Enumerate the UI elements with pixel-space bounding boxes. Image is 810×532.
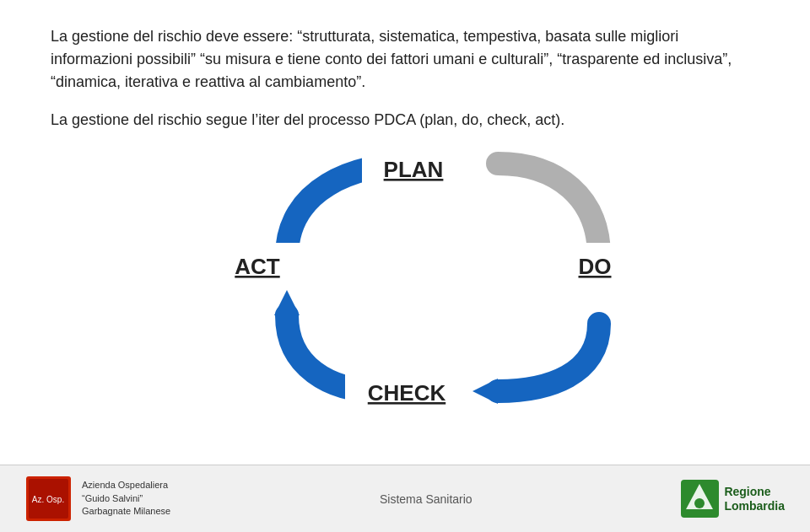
regione-lombardia-icon bbox=[681, 480, 719, 518]
svg-text:DO: DO bbox=[579, 254, 612, 279]
hospital-name: Azienda Ospedaliera bbox=[82, 479, 170, 492]
hospital-logo-icon: Az. Osp. bbox=[25, 476, 72, 522]
footer: Az. Osp. Azienda Ospedaliera “Guido Salv… bbox=[0, 465, 810, 532]
lombardia-label: Lombardia bbox=[724, 499, 785, 513]
svg-point-17 bbox=[694, 498, 705, 508]
footer-left: Az. Osp. Azienda Ospedaliera “Guido Salv… bbox=[25, 476, 170, 522]
svg-text:Az. Osp.: Az. Osp. bbox=[32, 495, 64, 504]
regione-label: Regione bbox=[724, 485, 785, 499]
hospital-subtitle: “Guido Salvini” bbox=[82, 492, 170, 505]
svg-text:PLAN: PLAN bbox=[384, 157, 444, 182]
paragraph2: La gestione del rischio segue l’iter del… bbox=[51, 109, 759, 132]
main-content: La gestione del rischio deve essere: “st… bbox=[0, 0, 810, 408]
hospital-location: Garbagnate Milanese bbox=[82, 505, 170, 518]
pdca-diagram: PLAN DO ACT CHECK bbox=[51, 147, 759, 408]
svg-marker-2 bbox=[472, 379, 498, 404]
regione-text: Regione Lombardia bbox=[724, 485, 785, 513]
svg-text:CHECK: CHECK bbox=[368, 380, 446, 406]
hospital-text: Azienda Ospedaliera “Guido Salvini” Garb… bbox=[82, 479, 170, 518]
sistema-label: Sistema Sanitario bbox=[380, 492, 472, 506]
paragraph1: La gestione del rischio deve essere: “st… bbox=[51, 25, 759, 94]
svg-text:ACT: ACT bbox=[235, 254, 280, 279]
footer-center: Sistema Sanitario bbox=[380, 492, 472, 506]
svg-marker-3 bbox=[274, 290, 300, 315]
footer-right: Regione Lombardia bbox=[681, 480, 785, 518]
